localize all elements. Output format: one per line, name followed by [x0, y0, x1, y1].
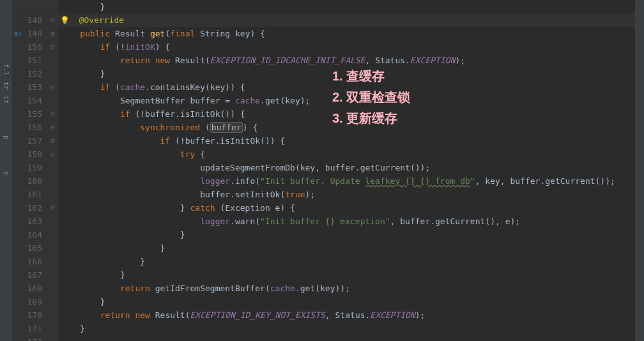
- override-icon[interactable]: o↑: [14, 27, 22, 40]
- line-number: 150: [13, 40, 49, 54]
- line-number: 165: [13, 241, 49, 255]
- code-line[interactable]: }: [57, 67, 635, 80]
- line-number: [13, 0, 49, 13]
- line-number: 169: [13, 295, 49, 308]
- code-line[interactable]: try {: [57, 148, 635, 161]
- fold-toggle-icon[interactable]: ⊟: [49, 13, 57, 27]
- fold-toggle-icon[interactable]: ⊟: [49, 134, 57, 148]
- code-line[interactable]: logger.warn("Init buffer {} exception", …: [57, 215, 635, 228]
- code-line[interactable]: buffer.setInitOk(true);: [57, 188, 635, 201]
- code-line[interactable]: }: [57, 322, 635, 335]
- code-line[interactable]: [57, 335, 635, 341]
- line-number: 152: [13, 67, 49, 80]
- line-number: 158: [13, 148, 49, 161]
- fold-toggle-icon[interactable]: ⊟: [49, 27, 57, 40]
- scrollbar[interactable]: [635, 0, 644, 341]
- line-number: 168: [13, 282, 49, 295]
- fold-toggle-icon[interactable]: ⊟: [49, 80, 57, 94]
- code-line[interactable]: logger.info("Init buffer. Update leafkey…: [57, 174, 635, 188]
- line-number: 160: [13, 174, 49, 188]
- line-number: 151: [13, 54, 49, 67]
- line-number: 172: [13, 335, 49, 341]
- code-line[interactable]: }: [57, 295, 635, 308]
- code-line[interactable]: return new Result(EXCEPTION_ID_IDCACHE_I…: [57, 54, 635, 67]
- code-line[interactable]: }: [57, 0, 635, 13]
- code-line[interactable]: 💡 @Override: [57, 13, 635, 27]
- line-number: 164: [13, 228, 49, 241]
- highlighted-identifier: buffer: [210, 122, 243, 133]
- line-number: 170: [13, 308, 49, 322]
- line-number: 148: [13, 13, 49, 27]
- line-number: 157: [13, 134, 49, 148]
- code-line[interactable]: }: [57, 255, 635, 268]
- line-number-gutter[interactable]: 148 o↑149 150 151 152 153 154 155 156 15…: [13, 0, 49, 341]
- left-tool-dock[interactable]: f.l tr it p p: [0, 0, 13, 341]
- fold-gutter[interactable]: ⊟ ⊟ ⊟ ⊟ ⊟ ⊟ ⊟ ⊟ ⊟: [49, 0, 57, 341]
- fold-toggle-icon[interactable]: ⊟: [49, 121, 57, 134]
- dock-label[interactable]: it: [0, 96, 13, 103]
- code-line[interactable]: updateSegmentFromDb(key, buffer.getCurre…: [57, 161, 635, 174]
- code-area[interactable]: } 💡 @Override public Result get(final St…: [57, 0, 635, 341]
- line-number: 162: [13, 201, 49, 215]
- line-number: o↑149: [13, 27, 49, 40]
- line-number: 161: [13, 188, 49, 201]
- fold-toggle-icon[interactable]: ⊟: [49, 107, 57, 121]
- fold-toggle-icon[interactable]: ⊟: [49, 40, 57, 54]
- line-number: 166: [13, 255, 49, 268]
- intention-bulb-icon[interactable]: 💡: [60, 14, 69, 27]
- line-number: 156: [13, 121, 49, 134]
- code-line[interactable]: public Result get(final String key) {: [57, 27, 635, 40]
- code-editor: f.l tr it p p 148 o↑149 150 151 152 153 …: [0, 0, 644, 341]
- code-line[interactable]: if (!initOK) {: [57, 40, 635, 54]
- dock-label[interactable]: tr: [0, 82, 13, 89]
- code-line[interactable]: }: [57, 228, 635, 241]
- code-line[interactable]: }: [57, 241, 635, 255]
- line-number: 171: [13, 322, 49, 335]
- line-number: 153: [13, 80, 49, 94]
- fold-toggle-icon[interactable]: ⊟: [49, 201, 57, 215]
- line-number: 155: [13, 107, 49, 121]
- code-line[interactable]: synchronized (buffer) {: [57, 121, 635, 134]
- code-line[interactable]: return getIdFromSegmentBuffer(cache.get(…: [57, 282, 635, 295]
- line-number: 154: [13, 94, 49, 107]
- code-line[interactable]: SegmentBuffer buffer = cache.get(key);: [57, 94, 635, 107]
- dock-label[interactable]: p: [0, 171, 13, 175]
- code-line[interactable]: return new Result(EXCEPTION_ID_KEY_NOT_E…: [57, 308, 635, 322]
- code-line[interactable]: if (!buffer.isInitOk()) {: [57, 134, 635, 148]
- code-line[interactable]: if (cache.containsKey(key)) {: [57, 80, 635, 94]
- fold-toggle-icon[interactable]: ⊟: [49, 148, 57, 161]
- line-number: 163: [13, 215, 49, 228]
- code-line[interactable]: if (!buffer.isInitOk()) {: [57, 107, 635, 121]
- code-line[interactable]: } catch (Exception e) {: [57, 201, 635, 215]
- line-number: 159: [13, 161, 49, 174]
- line-number: 167: [13, 268, 49, 282]
- dock-label[interactable]: f.l: [0, 64, 13, 75]
- code-line[interactable]: }: [57, 268, 635, 282]
- dock-label[interactable]: p: [0, 135, 13, 139]
